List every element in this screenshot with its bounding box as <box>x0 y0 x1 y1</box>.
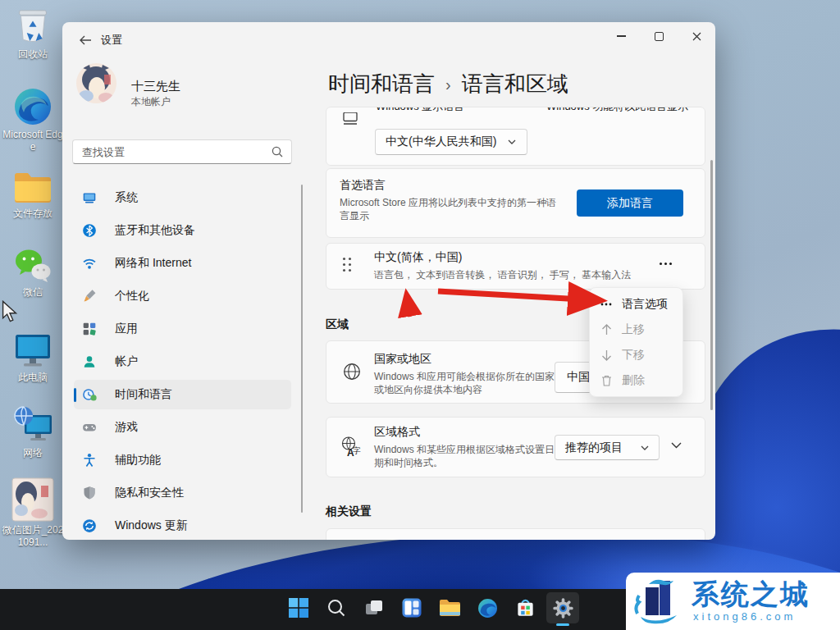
desktop-icon-wechat[interactable]: 微信 <box>0 243 66 299</box>
svg-text:字: 字 <box>353 446 361 455</box>
taskbar-start-button[interactable] <box>282 592 315 623</box>
sidebar-item-label: 时间和语言 <box>115 387 172 402</box>
language-features: 语言包， 文本到语音转换， 语音识别， 手写， 基本输入法 <box>374 268 631 281</box>
sidebar-item-windows-update[interactable]: Windows 更新 <box>74 511 291 540</box>
desktop-icon-recycle-bin[interactable]: 回收站 <box>0 5 66 61</box>
minimize-button[interactable] <box>605 24 637 48</box>
bluetooth-icon <box>82 223 97 238</box>
menu-item-remove[interactable]: 删除 <box>590 368 682 393</box>
breadcrumb-parent[interactable]: 时间和语言 <box>328 70 435 98</box>
menu-item-language-options[interactable]: 语言选项 <box>590 291 682 317</box>
sidebar-item-gaming[interactable]: 游戏 <box>74 413 291 442</box>
desktop-icon-label: 文件存放 <box>0 208 66 220</box>
sidebar-item-accessibility[interactable]: 辅助功能 <box>74 445 291 475</box>
sidebar-item-system[interactable]: 系统 <box>74 183 291 212</box>
dropdown-value: 推荐的项目 <box>565 441 623 455</box>
recycle-bin-icon <box>0 5 66 46</box>
wechat-icon <box>0 243 66 284</box>
desktop-icon-label: Microsoft Edge <box>0 129 66 153</box>
watermark-logo <box>632 578 687 625</box>
taskbar-file-explorer-button[interactable] <box>433 592 466 623</box>
desktop-icon-this-pc[interactable]: 此电脑 <box>0 328 66 384</box>
gamepad-icon <box>82 420 97 435</box>
menu-item-label: 下移 <box>622 348 645 363</box>
apps-icon <box>82 322 97 336</box>
related-settings-card-partial <box>326 528 705 540</box>
close-button[interactable] <box>680 24 713 48</box>
card-title: 区域格式 <box>374 425 420 440</box>
menu-item-label: 删除 <box>622 373 645 388</box>
search-input[interactable] <box>72 139 292 164</box>
breadcrumb: 时间和语言 › 语言和区域 <box>328 70 568 98</box>
expander-chevron-icon[interactable] <box>671 442 682 449</box>
sidebar-item-network[interactable]: 网络和 Internet <box>74 249 291 278</box>
taskbar-settings-button[interactable] <box>546 592 579 623</box>
watermark-brand: 系统之城 <box>692 576 810 614</box>
sidebar-item-apps[interactable]: 应用 <box>74 314 291 344</box>
drag-handle-icon[interactable] <box>343 258 351 276</box>
sidebar-item-accounts[interactable]: 帐户 <box>74 347 291 377</box>
taskbar-edge-button[interactable] <box>471 592 504 623</box>
menu-item-label: 上移 <box>622 322 645 337</box>
card-title: 国家或地区 <box>374 352 431 367</box>
clipped-row-description: Windows 功能将以此语言显示 <box>546 107 688 114</box>
dropdown-value: 中文(中华人民共和国) <box>386 135 496 149</box>
more-options-icon[interactable] <box>655 255 676 272</box>
card-title: 首选语言 <box>340 178 386 193</box>
paintbrush-icon <box>82 289 97 304</box>
sidebar-item-label: 网络和 Internet <box>115 256 191 271</box>
regional-format-card[interactable]: A字 区域格式 Windows 和某些应用根据区域格式设置日期和时间格式。 推荐… <box>326 417 705 477</box>
sidebar-item-label: 帐户 <box>115 354 138 369</box>
maximize-button[interactable] <box>642 24 675 48</box>
language-name: 中文(简体，中国) <box>374 250 462 265</box>
back-arrow-icon <box>79 35 92 45</box>
profile-account-type: 本地帐户 <box>131 95 171 109</box>
display-monitor-icon <box>343 112 359 126</box>
regional-format-dropdown[interactable]: 推荐的项目 <box>555 435 660 460</box>
menu-item-move-up[interactable]: 上移 <box>590 317 682 342</box>
arrow-down-icon <box>598 349 614 361</box>
search-icon <box>272 146 283 158</box>
content-scrollbar[interactable] <box>710 160 713 410</box>
taskbar-widgets-button[interactable] <box>395 592 428 623</box>
image-thumbnail-icon <box>0 481 66 522</box>
language-item-row[interactable]: 中文(简体，中国) 语言包， 文本到语音转换， 语音识别， 手写， 基本输入法 <box>326 243 705 290</box>
active-nav-indicator <box>74 388 76 402</box>
sidebar-item-label: 个性化 <box>115 289 149 304</box>
add-language-label: 添加语言 <box>607 196 653 211</box>
sidebar-scrollbar[interactable] <box>301 185 303 513</box>
menu-item-move-down[interactable]: 下移 <box>590 342 682 368</box>
shield-icon <box>82 486 97 500</box>
desktop-icon-folder[interactable]: 文件存放 <box>0 164 66 220</box>
sidebar-item-time-language[interactable]: 时间和语言 <box>74 380 291 409</box>
chevron-down-icon <box>641 445 649 450</box>
desktop-icon-network[interactable]: 网络 <box>0 404 66 459</box>
sidebar-item-label: 隐私和安全性 <box>115 486 184 500</box>
wifi-icon <box>82 256 97 271</box>
desktop-icon-wechat-image[interactable]: 微信图片_2021091... <box>0 481 66 549</box>
taskbar-task-view-button[interactable] <box>358 592 390 623</box>
sidebar-item-privacy[interactable]: 隐私和安全性 <box>74 478 291 508</box>
avatar[interactable] <box>76 63 116 103</box>
display-language-card: Windows 显示语言 Windows 功能将以此语言显示 中文(中华人民共和… <box>326 107 705 166</box>
display-language-dropdown[interactable]: 中文(中华人民共和国) <box>375 129 527 155</box>
clock-language-icon <box>82 387 97 402</box>
desktop-icon-edge[interactable]: Microsoft Edge <box>0 85 66 153</box>
sidebar-item-personalization[interactable]: 个性化 <box>74 281 291 311</box>
dropdown-value: 中国 <box>567 370 590 385</box>
microsoft-store-icon <box>515 598 536 619</box>
region-section-header: 区域 <box>326 317 349 332</box>
add-language-button[interactable]: 添加语言 <box>577 189 683 217</box>
window-title: 设置 <box>101 33 122 48</box>
desktop-icon-label: 此电脑 <box>0 372 66 384</box>
system-icon <box>82 190 97 205</box>
taskbar-store-button[interactable] <box>509 592 541 623</box>
minimize-icon <box>617 35 626 37</box>
language-options-icon <box>598 303 614 306</box>
maximize-icon <box>655 32 664 41</box>
sidebar-item-label: 蓝牙和其他设备 <box>115 223 195 238</box>
windows-start-icon <box>288 597 309 619</box>
taskbar-search-button[interactable] <box>320 592 353 623</box>
back-button[interactable] <box>74 30 97 50</box>
sidebar-item-bluetooth[interactable]: 蓝牙和其他设备 <box>74 216 291 245</box>
